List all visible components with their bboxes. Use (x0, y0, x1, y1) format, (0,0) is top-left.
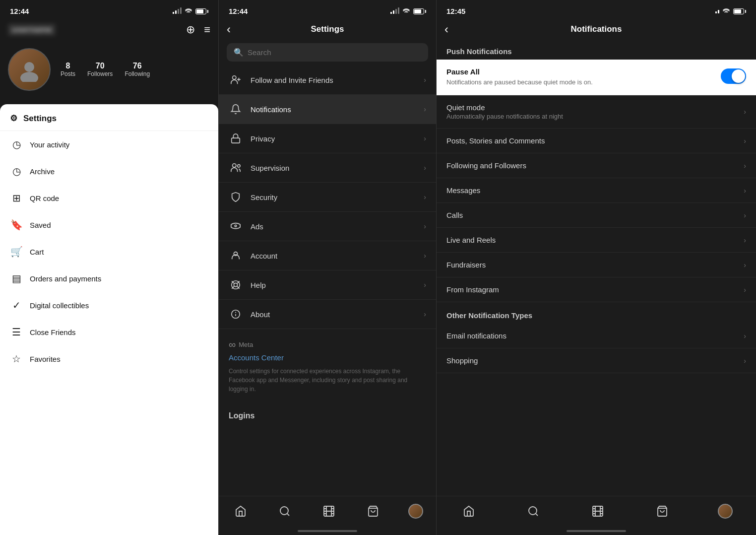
settings-item-notifications[interactable]: Notifications › (219, 95, 436, 124)
collectibles-icon: ✓ (10, 299, 23, 312)
settings-item-security[interactable]: Security › (219, 183, 436, 212)
svg-point-20 (529, 507, 537, 515)
wifi-icon-1 (185, 7, 192, 15)
svg-point-0 (24, 62, 34, 72)
meta-logo-area: ∞ Meta (229, 339, 426, 350)
settings-item-help[interactable]: Help › (219, 270, 436, 300)
chevron-shopping-icon: › (744, 357, 746, 365)
saved-icon: 🔖 (10, 218, 23, 231)
drawer-item-cart[interactable]: 🛒 Cart (0, 238, 218, 265)
chevron-supervision-icon: › (424, 164, 426, 172)
svg-point-17 (280, 507, 288, 515)
email-notifications-item[interactable]: Email notifications › (437, 324, 756, 348)
following-followers-item[interactable]: Following and Followers › (437, 153, 756, 178)
status-icons-3 (715, 7, 746, 15)
drawer-item-close-friends[interactable]: ☰ Close Friends (0, 319, 218, 345)
profile-section: 8 Posts 70 Followers 76 Following (0, 40, 218, 99)
settings-item-supervision[interactable]: Supervision › (219, 153, 436, 183)
search-nav-icon-3[interactable] (524, 502, 542, 520)
chevron-account-icon: › (424, 252, 426, 260)
pause-all-toggle[interactable] (721, 68, 746, 84)
meta-description: Control settings for connected experienc… (229, 367, 426, 394)
ig-header: username ⊕ ≡ (0, 19, 218, 40)
activity-icon: ◷ (10, 138, 23, 151)
settings-item-follow-invite[interactable]: Follow and Invite Friends › (219, 66, 436, 95)
settings-item-privacy[interactable]: Privacy › (219, 124, 436, 153)
friends-icon: ☰ (10, 326, 23, 338)
home-indicator-3 (567, 530, 626, 532)
chevron-privacy-icon: › (424, 134, 426, 142)
settings-item-about[interactable]: About › (219, 300, 436, 329)
quiet-mode-item[interactable]: Quiet mode Automatically pause notificat… (437, 95, 756, 129)
drawer-item-orders[interactable]: ▤ Orders and payments (0, 265, 218, 292)
drawer-item-saved[interactable]: 🔖 Saved (0, 211, 218, 238)
profile-nav-avatar-3[interactable] (718, 504, 733, 519)
reels-nav-icon[interactable] (320, 502, 338, 520)
svg-point-1 (20, 72, 38, 82)
toggle-knob (732, 69, 745, 83)
ads-icon (229, 219, 243, 233)
svg-point-5 (238, 165, 241, 168)
account-icon (229, 249, 243, 263)
pause-all-card: Pause All Notifications are paused becau… (437, 60, 756, 95)
svg-point-9 (234, 283, 237, 286)
archive-icon: ◷ (10, 165, 23, 178)
drawer-item-qr-code[interactable]: ⊞ QR code (0, 185, 218, 211)
search-input[interactable] (248, 48, 421, 57)
search-bar[interactable]: 🔍 (227, 43, 428, 62)
panel-notifications: 12:45 ‹ Notifications Push Notifications… (437, 0, 756, 535)
username-blurred: username (8, 24, 56, 36)
panel-settings: 12:44 ‹ Settings 🔍 (218, 0, 437, 535)
posts-stories-item[interactable]: Posts, Stories and Comments › (437, 129, 756, 153)
plus-icon[interactable]: ⊕ (186, 23, 195, 36)
settings-drawer: ⚙ Settings ◷ Your activity ◷ Archive ⊞ Q… (0, 104, 218, 535)
search-nav-icon[interactable] (276, 502, 294, 520)
shopping-item[interactable]: Shopping › (437, 348, 756, 373)
drawer-item-digital-collectibles[interactable]: ✓ Digital collectibles (0, 292, 218, 319)
other-notification-types-header: Other Notification Types (437, 302, 756, 324)
settings-item-ads[interactable]: Ads › (219, 212, 436, 241)
shop-nav-icon-3[interactable] (653, 502, 671, 520)
battery-icon-2 (413, 8, 426, 14)
live-reels-item[interactable]: Live and Reels › (437, 228, 756, 253)
svg-point-6 (235, 225, 237, 227)
profile-nav-avatar[interactable] (408, 504, 423, 519)
stat-posts: 8 Posts (61, 62, 75, 77)
messages-item[interactable]: Messages › (437, 178, 756, 203)
home-nav-icon[interactable] (232, 502, 250, 520)
chevron-fundraisers-icon: › (744, 261, 746, 269)
search-icon: 🔍 (234, 48, 244, 57)
drawer-header: ⚙ Settings (0, 104, 218, 131)
favorites-icon: ☆ (10, 352, 23, 365)
qr-icon: ⊞ (10, 192, 23, 204)
time-1: 12:44 (10, 7, 29, 15)
chevron-email-icon: › (744, 332, 746, 340)
settings-list: Follow and Invite Friends › Notification… (219, 66, 436, 496)
chevron-right-icon: › (424, 76, 426, 84)
back-button-3[interactable]: ‹ (444, 22, 448, 36)
from-instagram-item[interactable]: From Instagram › (437, 277, 756, 302)
bottom-nav-2 (219, 496, 436, 530)
menu-icon[interactable]: ≡ (204, 23, 210, 36)
settings-item-account[interactable]: Account › (219, 241, 436, 270)
notifications-nav: ‹ Notifications (437, 19, 756, 39)
drawer-item-favorites[interactable]: ☆ Favorites (0, 345, 218, 372)
home-nav-icon-3[interactable] (460, 502, 478, 520)
logins-label: Logins (219, 403, 436, 424)
chevron-about-icon: › (424, 310, 426, 318)
drawer-item-your-activity[interactable]: ◷ Your activity (0, 131, 218, 158)
accounts-center-link[interactable]: Accounts Center (229, 353, 426, 362)
drawer-item-archive[interactable]: ◷ Archive (0, 158, 218, 185)
cart-icon: 🛒 (10, 245, 23, 258)
shop-nav-icon[interactable] (364, 502, 382, 520)
status-bar-1: 12:44 (0, 0, 218, 19)
pause-all-description: Notifications are paused because quiet m… (446, 78, 721, 87)
stat-followers: 70 Followers (87, 62, 113, 77)
reels-nav-icon-3[interactable] (589, 502, 607, 520)
avatar (8, 48, 51, 91)
chevron-following-icon: › (744, 162, 746, 170)
back-button-2[interactable]: ‹ (227, 22, 231, 36)
settings-icon: ⚙ (10, 113, 17, 124)
calls-item[interactable]: Calls › (437, 203, 756, 228)
fundraisers-item[interactable]: Fundraisers › (437, 253, 756, 277)
